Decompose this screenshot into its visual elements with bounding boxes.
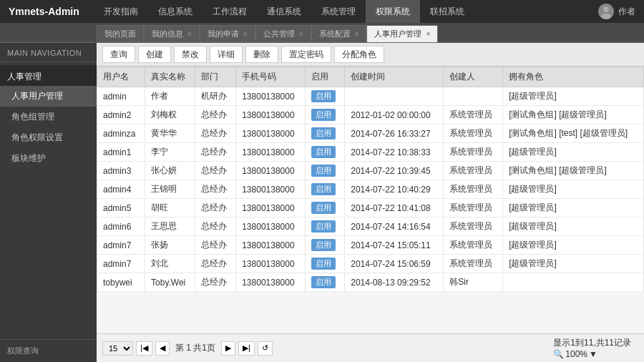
page-prev[interactable]: ◀ xyxy=(155,341,170,356)
svg-point-0 xyxy=(603,6,609,12)
tab-close-2[interactable]: × xyxy=(243,30,248,38)
tab-3[interactable]: 公共管理 × xyxy=(255,25,311,42)
main-layout: MAIN NAVIGATION 人事管理 人事用户管理 角色组管理 角色权限设置… xyxy=(0,43,644,362)
btn-disable[interactable]: 禁改 xyxy=(174,46,207,63)
sidebar-item-user-mgmt[interactable]: 人事用户管理 xyxy=(0,86,97,107)
col-roles: 拥有角色 xyxy=(503,67,644,87)
page-refresh[interactable]: ↺ xyxy=(258,341,273,356)
tab-close-4[interactable]: × xyxy=(355,30,359,38)
svg-point-1 xyxy=(601,14,611,19)
table-row[interactable]: tobywei Toby.Wei 总经办 13800138000 启用 2014… xyxy=(97,273,644,292)
sidebar-header: MAIN NAVIGATION xyxy=(0,43,97,62)
tab-5[interactable]: 人事用户管理 × xyxy=(366,25,438,42)
tab-close-1[interactable]: × xyxy=(187,30,192,38)
nav-item-5[interactable]: 权限系统 xyxy=(366,0,420,23)
table-wrap: 用户名 真实名称 部门 手机号码 启用 创建时间 创建人 拥有角色 admin … xyxy=(97,67,644,333)
table-row[interactable]: admin1 李宁 总经办 13800138000 启用 2014-07-22 … xyxy=(97,143,644,162)
nav-menu: 开发指南 信息系统 工作流程 通信系统 系统管理 权限系统 联招系统 xyxy=(94,0,598,23)
user-table: 用户名 真实名称 部门 手机号码 启用 创建时间 创建人 拥有角色 admin … xyxy=(97,67,644,292)
tab-close-5[interactable]: × xyxy=(426,30,430,38)
table-row[interactable]: admin3 张心妍 总经办 13800138000 启用 2014-07-22… xyxy=(97,162,644,180)
btn-reset-pwd[interactable]: 置定密码 xyxy=(281,46,331,63)
sidebar-footer[interactable]: 权限查询 xyxy=(0,339,97,362)
tab-1[interactable]: 我的信息 × xyxy=(144,25,200,42)
table-header-row: 用户名 真实名称 部门 手机号码 启用 创建时间 创建人 拥有角色 xyxy=(97,67,644,87)
col-phone: 手机号码 xyxy=(236,67,306,87)
table-row[interactable]: admin4 王锦明 总经办 13800138000 启用 2014-07-22… xyxy=(97,180,644,199)
btn-assign-role[interactable]: 分配角色 xyxy=(334,46,384,63)
nav-item-2[interactable]: 工作流程 xyxy=(203,0,257,23)
col-username: 用户名 xyxy=(97,67,145,87)
user-area: 作者 xyxy=(598,4,635,19)
col-dept: 部门 xyxy=(195,67,236,87)
col-creator: 创建人 xyxy=(444,67,503,87)
nav-item-1[interactable]: 信息系统 xyxy=(148,0,203,23)
sidebar-item-role-perm[interactable]: 角色权限设置 xyxy=(0,127,97,148)
table-row[interactable]: adminza 黄华华 总经办 13800138000 启用 2014-07-2… xyxy=(97,124,644,143)
tab-0[interactable]: 我的页面 xyxy=(97,25,144,42)
avatar xyxy=(598,4,614,19)
top-bar: Ymnets-Admin 开发指南 信息系统 工作流程 通信系统 系统管理 权限… xyxy=(0,0,644,23)
btn-delete[interactable]: 删除 xyxy=(245,46,278,63)
table-row[interactable]: admin6 王思思 总经办 13800138000 启用 2014-07-24… xyxy=(97,217,644,236)
nav-item-6[interactable]: 联招系统 xyxy=(420,0,474,23)
col-realname: 真实名称 xyxy=(145,67,195,87)
nav-item-4[interactable]: 系统管理 xyxy=(311,0,366,23)
page-last[interactable]: ▶| xyxy=(238,341,255,356)
sidebar-section: 人事管理 xyxy=(0,65,97,86)
page-next[interactable]: ▶ xyxy=(221,341,235,356)
tab-close-3[interactable]: × xyxy=(299,30,303,38)
tab-2[interactable]: 我的申请 × xyxy=(200,25,255,42)
page-first[interactable]: |◀ xyxy=(136,341,152,356)
btn-detail[interactable]: 详细 xyxy=(210,46,243,63)
nav-item-0[interactable]: 开发指南 xyxy=(94,0,148,23)
pagination-summary: 显示1到11,共11记录 🔍 100% ▼ xyxy=(553,337,638,359)
sidebar-item-role-mgmt[interactable]: 角色组管理 xyxy=(0,107,97,127)
tab-4[interactable]: 系统配置 × xyxy=(311,25,367,42)
col-status: 启用 xyxy=(306,67,345,87)
sidebar-item-board[interactable]: 板块维护 xyxy=(0,148,97,169)
table-row[interactable]: admin2 刘梅权 总经办 13800138000 启用 2012-01-02… xyxy=(97,106,644,124)
table-row[interactable]: admin7 张扬 总经办 13800138000 启用 2014-07-24 … xyxy=(97,236,644,255)
content: 查询 创建 禁改 详细 删除 置定密码 分配角色 用户名 真实名称 部门 手机号… xyxy=(97,43,644,362)
tabs-bar: 我的页面 我的信息 × 我的申请 × 公共管理 × 系统配置 × 人事用户管理 … xyxy=(0,23,644,43)
btn-query[interactable]: 查询 xyxy=(102,46,135,63)
sidebar: MAIN NAVIGATION 人事管理 人事用户管理 角色组管理 角色权限设置… xyxy=(0,43,97,362)
pagination: 15 25 50 |◀ ◀ 第 1 共1页 ▶ ▶| ↺ 显示1到11,共11记… xyxy=(97,333,644,362)
col-created: 创建时间 xyxy=(345,67,444,87)
nav-item-3[interactable]: 通信系统 xyxy=(257,0,311,23)
app-title: Ymnets-Admin xyxy=(9,6,79,17)
toolbar: 查询 创建 禁改 详细 删除 置定密码 分配角色 xyxy=(97,43,644,67)
btn-create[interactable]: 创建 xyxy=(138,46,171,63)
table-row[interactable]: admin5 胡旺 总经办 13800138000 启用 2014-07-22 … xyxy=(97,199,644,217)
page-size-select[interactable]: 15 25 50 xyxy=(102,341,133,356)
current-page: 第 1 共1页 xyxy=(175,342,215,354)
table-row[interactable]: admin7 刘北 总经办 13800138000 启用 2014-07-24 … xyxy=(97,255,644,273)
user-name: 作者 xyxy=(618,6,635,18)
zoom-area: 🔍 100% ▼ xyxy=(553,349,638,359)
table-row[interactable]: admin 作者 机研办 13800138000 启用 [超级管理员] xyxy=(97,87,644,106)
